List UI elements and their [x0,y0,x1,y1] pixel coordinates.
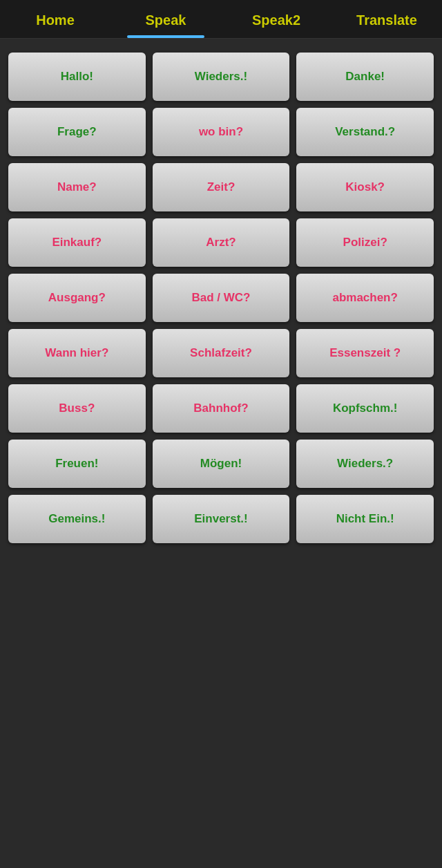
tab-speak2[interactable]: Speak2 [221,0,332,38]
phrase-button-essenszeit[interactable]: Essenszeit ? [296,329,434,377]
phrase-button-freuen[interactable]: Freuen! [8,440,146,488]
phrase-button-arzt[interactable]: Arzt? [153,218,290,267]
phrase-button-wann-hier[interactable]: Wann hier? [8,329,146,377]
phrase-button-einkauf[interactable]: Einkauf? [8,218,146,267]
phrase-button-kiosk[interactable]: Kiosk? [296,163,434,211]
tab-speak[interactable]: Speak [110,0,221,38]
phrase-button-ausgang[interactable]: Ausgang? [8,274,146,322]
phrase-button-bahnhof[interactable]: Bahnhof? [153,384,290,433]
button-grid: Hallo!Wieders.!Danke!Frage?wo bin?Versta… [0,39,442,557]
phrase-button-buss[interactable]: Buss? [8,384,146,433]
phrase-button-name[interactable]: Name? [8,163,146,211]
phrase-button-bad-wc[interactable]: Bad / WC? [153,274,290,322]
phrase-button-verstand[interactable]: Verstand.? [296,108,434,156]
phrase-button-frage[interactable]: Frage? [8,108,146,156]
phrase-button-kopfschm[interactable]: Kopfschm.! [296,384,434,433]
tab-home[interactable]: Home [0,0,110,38]
phrase-button-gemeins[interactable]: Gemeins.! [8,495,146,543]
phrase-button-einverst[interactable]: Einverst.! [153,495,290,543]
phrase-button-mogen[interactable]: Mögen! [153,440,290,488]
tab-bar: HomeSpeakSpeak2Translate [0,0,442,39]
phrase-button-polizei[interactable]: Polizei? [296,218,434,267]
phrase-button-schlafzeit[interactable]: Schlafzeit? [153,329,290,377]
phrase-button-zeit[interactable]: Zeit? [153,163,290,211]
phrase-button-nicht-ein[interactable]: Nicht Ein.! [296,495,434,543]
phrase-button-wo-bin[interactable]: wo bin? [153,108,290,156]
phrase-button-danke[interactable]: Danke! [296,53,434,101]
phrase-button-hallo[interactable]: Hallo! [8,53,146,101]
phrase-button-wieders-question[interactable]: Wieders.? [296,440,434,488]
tab-translate[interactable]: Translate [332,0,442,38]
phrase-button-abmachen[interactable]: abmachen? [296,274,434,322]
phrase-button-wieders-exclaim[interactable]: Wieders.! [153,53,290,101]
